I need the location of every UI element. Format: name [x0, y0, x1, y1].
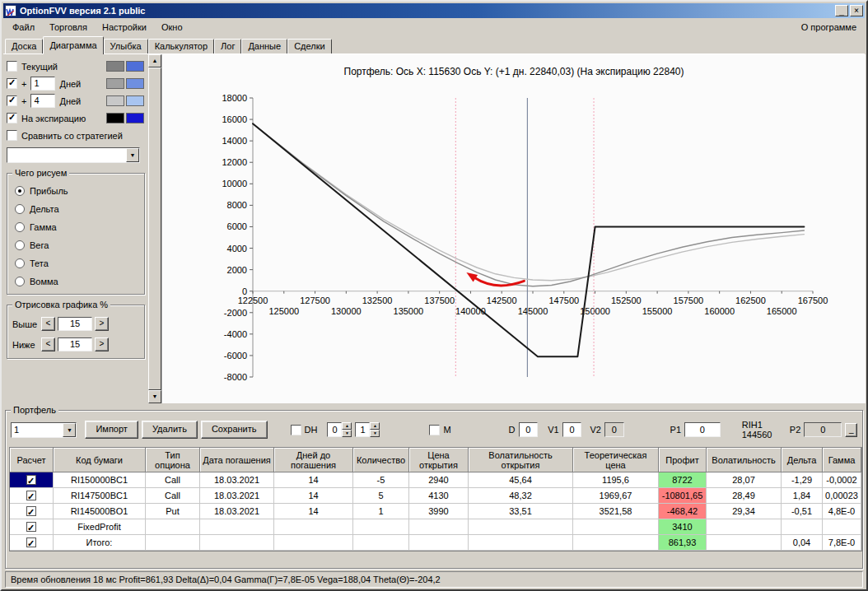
days1-checkbox[interactable] — [7, 78, 17, 89]
dh-label: DH — [305, 425, 318, 435]
portfolio-dropdown-arrow-icon[interactable]: ▼ — [63, 423, 76, 437]
scroll-up-icon[interactable]: ▲ — [148, 54, 161, 67]
radio-option-2[interactable]: Гамма — [11, 218, 141, 236]
tab-calculator[interactable]: Калькулятор — [148, 39, 214, 54]
tab-smile[interactable]: Улыбка — [104, 39, 148, 54]
d-field[interactable]: 0 — [519, 422, 539, 437]
close-button[interactable]: × — [850, 5, 863, 16]
column-header-10[interactable]: Волатильность — [707, 448, 782, 472]
menu-settings[interactable]: Настройки — [95, 20, 154, 35]
above-decrease-button[interactable]: < — [41, 317, 55, 331]
tab-data[interactable]: Данные — [241, 39, 287, 54]
column-header-9[interactable]: Профит — [659, 448, 707, 472]
column-header-3[interactable]: Дата погашения — [200, 448, 274, 472]
radio-option-3[interactable]: Вега — [11, 236, 141, 254]
compare-strategy-checkbox[interactable] — [7, 130, 17, 141]
table-cell — [469, 535, 573, 551]
radio-option-1[interactable]: Дельта — [11, 200, 141, 218]
table-cell — [274, 519, 353, 535]
column-header-8[interactable]: Теоретическая цена — [573, 448, 659, 472]
above-increase-button[interactable]: > — [95, 317, 109, 331]
radio-option-4[interactable]: Тета — [11, 254, 141, 272]
spin-down-icon[interactable]: ▼ — [370, 430, 380, 437]
table-row-1-check-cell[interactable] — [10, 488, 54, 504]
tab-diagram[interactable]: Диаграмма — [43, 36, 103, 54]
v2-field[interactable]: 0 — [604, 422, 624, 437]
column-header-11[interactable]: Дельта — [782, 448, 823, 472]
table-cell — [823, 519, 861, 535]
p1-field[interactable]: 0 — [684, 422, 721, 437]
spin-up-icon[interactable]: ▲ — [370, 422, 380, 430]
menu-trade[interactable]: Торговля — [42, 20, 95, 35]
spin-up-icon[interactable]: ▲ — [342, 422, 352, 430]
table-row-3-check-cell[interactable] — [10, 519, 54, 535]
panel-scrollbar[interactable]: ▲ ▼ — [148, 54, 161, 403]
column-header-2[interactable]: Тип опциона — [146, 448, 200, 472]
dh-spinner-1[interactable]: 0 ▲▼ — [327, 422, 352, 437]
column-header-7[interactable]: Волатильность открытия — [469, 448, 573, 472]
scroll-down-icon[interactable]: ▼ — [148, 390, 161, 403]
below-decrease-button[interactable]: < — [41, 337, 55, 351]
app-window: OptionFVV версия 2.1 public _ × ФайлТорг… — [0, 0, 868, 591]
current-checkbox[interactable] — [7, 61, 17, 72]
portfolio-selector[interactable]: 1 ▼ — [11, 422, 77, 438]
column-header-6[interactable]: Цена открытия — [409, 448, 469, 472]
tab-log[interactable]: Лог — [214, 39, 241, 54]
row-checkbox[interactable] — [26, 491, 36, 500]
column-header-0[interactable]: Расчет — [10, 448, 54, 472]
spin-down-icon[interactable]: ▼ — [342, 430, 352, 437]
p2-field[interactable]: 0 — [804, 422, 842, 437]
strategy-dropdown[interactable]: ▼ — [7, 147, 140, 163]
v1-field[interactable]: 0 — [562, 422, 582, 437]
tab-deals[interactable]: Сделки — [287, 39, 332, 54]
table-cell: 1969,67 — [573, 488, 659, 504]
scrollbar-thumb[interactable] — [148, 67, 161, 390]
radio-option-5[interactable]: Вомма — [11, 272, 141, 291]
x-tick-label: 147500 — [548, 296, 579, 305]
days1-input[interactable]: 1 — [30, 77, 55, 91]
below-increase-button[interactable]: > — [95, 337, 109, 351]
column-header-12[interactable]: Гамма — [823, 448, 861, 472]
table-row-2-check-cell[interactable] — [10, 504, 54, 519]
row-checkbox[interactable] — [26, 522, 36, 532]
column-header-5[interactable]: Количество — [353, 448, 409, 472]
row-checkbox[interactable] — [26, 537, 36, 547]
dh-spinner-2[interactable]: 1 ▲▼ — [355, 422, 380, 437]
p2-label: P2 — [790, 425, 800, 435]
save-button[interactable]: Сохранить — [201, 421, 268, 439]
column-header-4[interactable]: Дней до погашения — [274, 448, 353, 472]
corner-button[interactable]: _ — [845, 423, 857, 437]
table-row-4-check-cell[interactable] — [10, 535, 54, 551]
import-button[interactable]: Импорт — [85, 421, 138, 439]
expiration-swatches — [106, 113, 144, 123]
row-checkbox[interactable] — [26, 475, 36, 485]
table-cell: 1,84 — [782, 488, 823, 504]
menu-about[interactable]: О программе — [794, 20, 865, 35]
below-value-input[interactable]: 15 — [58, 337, 92, 351]
tab-board[interactable]: Доска — [5, 39, 43, 54]
table-cell: 33,51 — [469, 504, 573, 519]
menu-file[interactable]: Файл — [5, 20, 42, 35]
titlebar[interactable]: OptionFVV версия 2.1 public _ × — [3, 3, 865, 18]
days2-checkbox[interactable] — [7, 95, 17, 106]
table-row-0-check-cell[interactable] — [10, 472, 54, 488]
m-checkbox[interactable] — [429, 425, 440, 435]
y-tick-label: -8000 — [224, 372, 247, 382]
minimize-button[interactable]: _ — [835, 5, 848, 16]
days2-input[interactable]: 4 — [30, 94, 55, 108]
dropdown-arrow-icon[interactable]: ▼ — [126, 148, 139, 162]
table-cell: -10801,65 — [659, 488, 707, 504]
above-value-input[interactable]: 15 — [58, 317, 92, 331]
menu-window[interactable]: Окно — [154, 20, 190, 35]
x-tick-label: 155000 — [642, 306, 673, 316]
column-header-1[interactable]: Код бумаги — [54, 448, 146, 472]
instrument-label: RIH1 144560 — [742, 420, 786, 440]
expiration-checkbox[interactable] — [7, 113, 17, 123]
radio-option-0[interactable]: Прибыль — [11, 182, 141, 200]
row-checkbox[interactable] — [26, 506, 36, 516]
delete-button[interactable]: Удалить — [142, 421, 198, 439]
y-tick-label: 8000 — [227, 200, 247, 210]
dh-checkbox[interactable] — [291, 425, 301, 435]
table-cell: Put — [146, 504, 200, 519]
days2-swatches — [106, 95, 144, 106]
